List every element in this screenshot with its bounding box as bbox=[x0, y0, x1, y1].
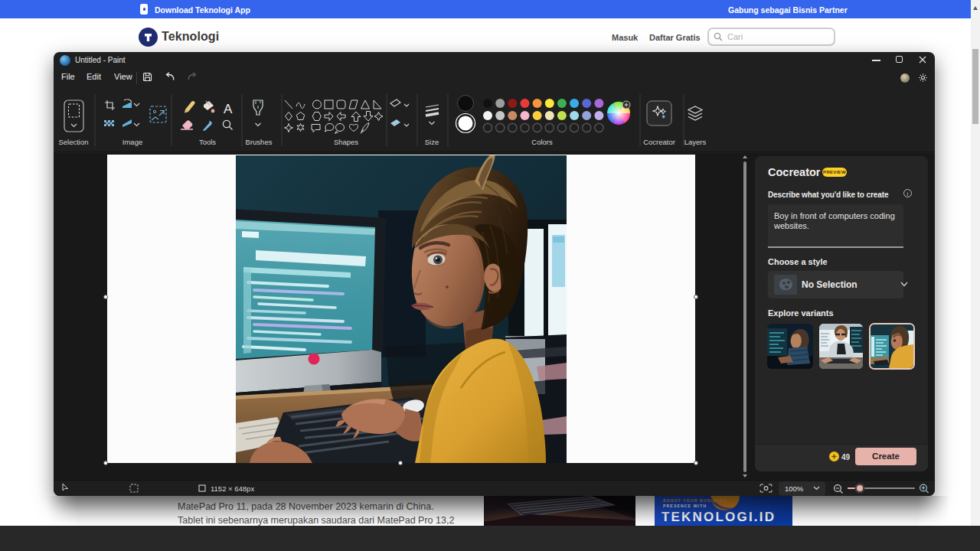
svg-text:Layers: Layers bbox=[684, 138, 707, 146]
svg-text:Brushes: Brushes bbox=[246, 138, 273, 146]
svg-text:Colors: Colors bbox=[531, 138, 553, 146]
svg-text:Tools: Tools bbox=[199, 138, 216, 146]
svg-text:A: A bbox=[224, 102, 233, 116]
svg-text:1152 × 648px: 1152 × 648px bbox=[211, 484, 254, 493]
svg-text:Size: Size bbox=[425, 138, 439, 146]
svg-text:Shapes: Shapes bbox=[334, 138, 358, 146]
svg-text:Selection: Selection bbox=[58, 138, 88, 146]
svg-text:100%: 100% bbox=[785, 484, 804, 493]
svg-text:Cocreator: Cocreator bbox=[643, 138, 675, 146]
svg-text:Image: Image bbox=[122, 138, 142, 146]
